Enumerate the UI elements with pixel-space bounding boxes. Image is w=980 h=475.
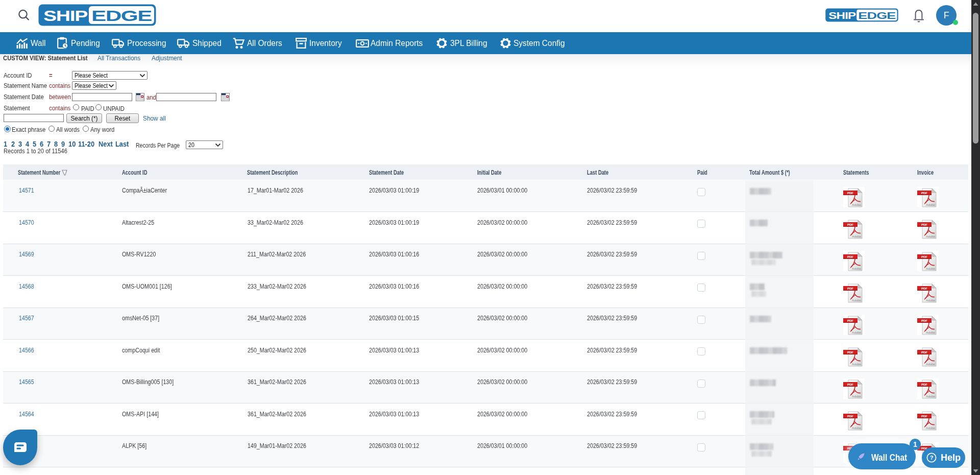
svg-text:SHIP: SHIP (43, 7, 87, 24)
svg-text:Adobe: Adobe (926, 394, 935, 398)
svg-text:PDF: PDF (847, 383, 853, 386)
svg-text:PDF: PDF (847, 351, 853, 354)
svg-text:Adobe: Adobe (926, 234, 935, 238)
svg-text:PDF: PDF (921, 223, 927, 226)
svg-text:Adobe: Adobe (926, 330, 935, 334)
svg-text:SHIP: SHIP (828, 10, 856, 21)
svg-text:PDF: PDF (847, 287, 853, 290)
svg-text:Adobe: Adobe (852, 267, 861, 270)
svg-text:Adobe: Adobe (926, 362, 935, 366)
svg-text:Adobe: Adobe (852, 234, 861, 238)
svg-text:PDF: PDF (921, 319, 927, 322)
svg-text:PDF: PDF (921, 415, 927, 418)
svg-text:PDF: PDF (847, 319, 853, 322)
svg-text:PDF: PDF (921, 383, 927, 386)
svg-text:PDF: PDF (847, 415, 853, 418)
svg-text:Adobe: Adobe (926, 267, 935, 270)
svg-text:PDF: PDF (921, 287, 927, 290)
svg-text:Adobe: Adobe (852, 330, 861, 334)
svg-text:EDGE: EDGE (858, 10, 895, 21)
svg-text:PDF: PDF (847, 255, 853, 258)
svg-text:Adobe: Adobe (852, 298, 861, 302)
svg-text:PDF: PDF (847, 191, 853, 194)
svg-text:Adobe: Adobe (926, 203, 935, 206)
svg-text:Adobe: Adobe (852, 203, 861, 206)
svg-text:Adobe: Adobe (852, 426, 861, 430)
svg-text:Adobe: Adobe (852, 394, 861, 398)
svg-text:?: ? (930, 455, 934, 461)
svg-text:EDGE: EDGE (91, 7, 152, 24)
svg-text:PDF: PDF (847, 223, 853, 226)
svg-text:PDF: PDF (921, 255, 927, 258)
svg-text:Adobe: Adobe (926, 298, 935, 302)
svg-text:PDF: PDF (921, 351, 927, 354)
svg-text:Adobe: Adobe (852, 362, 861, 366)
svg-text:PDF: PDF (921, 191, 927, 194)
svg-text:Adobe: Adobe (926, 426, 935, 430)
